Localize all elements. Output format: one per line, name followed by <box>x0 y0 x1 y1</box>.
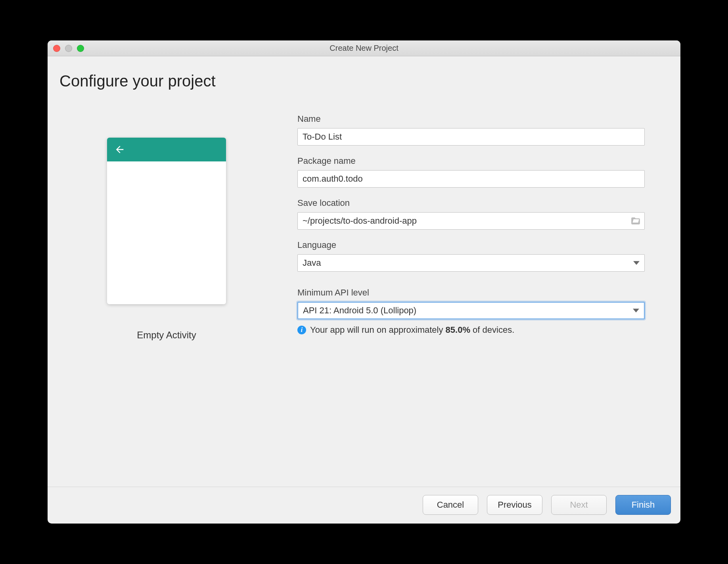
template-preview: Empty Activity <box>59 110 274 345</box>
main-row: Empty Activity Name To-Do List Package n… <box>59 110 669 345</box>
select-api-level[interactable]: API 21: Android 5.0 (Lollipop) <box>297 302 645 319</box>
dialog-window: Create New Project Configure your projec… <box>48 40 680 524</box>
folder-open-icon[interactable] <box>630 216 641 226</box>
label-location: Save location <box>297 198 645 208</box>
input-location[interactable]: ~/projects/to-dos-android-app <box>297 212 645 230</box>
field-package: Package name com.auth0.todo <box>297 156 645 188</box>
footer-divider <box>48 487 680 487</box>
form: Name To-Do List Package name com.auth0.t… <box>297 110 669 345</box>
label-name: Name <box>297 114 645 124</box>
chevron-down-icon <box>633 260 640 266</box>
api-info-text: Your app will run on approximately 85.0%… <box>310 325 514 335</box>
back-arrow-icon <box>114 144 125 155</box>
previous-button[interactable]: Previous <box>487 495 542 515</box>
select-language[interactable]: Java <box>297 254 645 272</box>
field-language: Language Java <box>297 240 645 272</box>
label-api: Minimum API level <box>297 288 645 298</box>
finish-button[interactable]: Finish <box>615 495 671 515</box>
phone-appbar <box>107 138 226 161</box>
window-title: Create New Project <box>48 44 680 53</box>
phone-mockup <box>107 138 226 304</box>
template-caption: Empty Activity <box>137 330 196 341</box>
footer-buttons: Cancel Previous Next Finish <box>423 495 671 515</box>
input-name[interactable]: To-Do List <box>297 128 645 146</box>
select-language-value: Java <box>303 258 321 268</box>
select-api-value: API 21: Android 5.0 (Lollipop) <box>303 305 416 316</box>
label-language: Language <box>297 240 645 250</box>
titlebar: Create New Project <box>48 40 680 56</box>
input-package[interactable]: com.auth0.todo <box>297 170 645 188</box>
cancel-button[interactable]: Cancel <box>423 495 478 515</box>
next-button: Next <box>551 495 607 515</box>
content-area: Configure your project Empty Activity Na… <box>48 56 680 524</box>
chevron-down-icon <box>633 307 639 314</box>
info-icon: i <box>297 326 306 334</box>
field-api: Minimum API level API 21: Android 5.0 (L… <box>297 288 645 335</box>
field-location: Save location ~/projects/to-dos-android-… <box>297 198 645 230</box>
api-info: i Your app will run on approximately 85.… <box>297 325 645 335</box>
field-name: Name To-Do List <box>297 114 645 146</box>
page-title: Configure your project <box>59 72 669 90</box>
label-package: Package name <box>297 156 645 166</box>
